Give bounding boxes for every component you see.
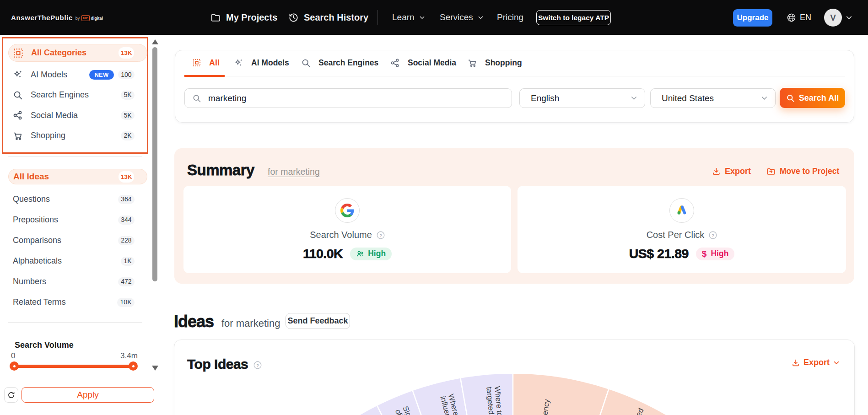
- svg-text:?: ?: [379, 232, 382, 237]
- svg-text:?: ?: [712, 232, 715, 237]
